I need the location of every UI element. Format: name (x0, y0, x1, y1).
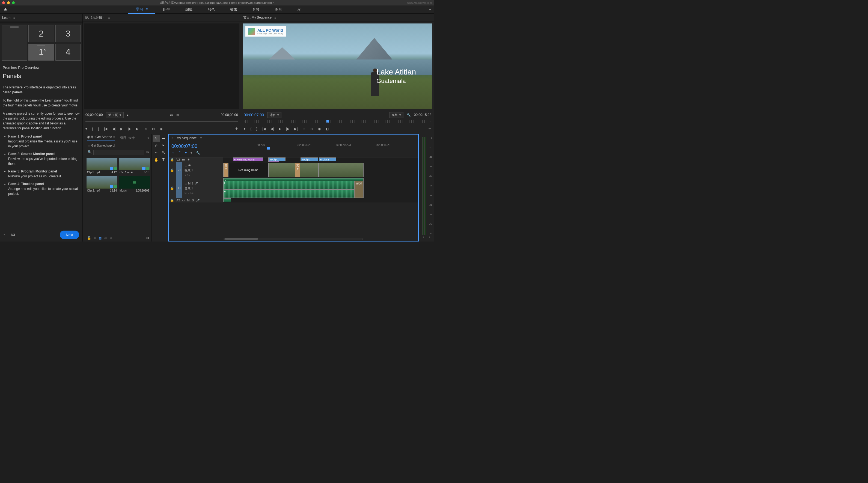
solo-left[interactable]: S (423, 236, 424, 239)
in-point-icon[interactable]: { (92, 127, 93, 131)
workspace-overflow[interactable]: » (426, 8, 434, 11)
program-tc-right[interactable]: 00:00:15:22 (414, 113, 431, 117)
toggle-output-icon[interactable]: ▭ (182, 199, 185, 202)
mute-button[interactable]: M (187, 199, 189, 202)
panel-menu-icon[interactable]: ≡ (108, 16, 110, 20)
source-tc-right[interactable]: 00;00;00;00 (221, 113, 238, 117)
project-tab[interactable]: 项目: Get Started ≡ (87, 135, 115, 141)
keyframe-icon[interactable]: ◇ (190, 192, 192, 194)
comparison-icon[interactable]: ◧ (326, 127, 329, 131)
timeline-zoom-scrollbar[interactable] (225, 238, 362, 240)
in-point-icon[interactable]: { (250, 127, 251, 131)
lock-icon[interactable]: 🔒 (170, 199, 174, 202)
scroll-up-icon[interactable]: ↑ (3, 233, 5, 237)
workspace-tab[interactable]: 编辑 (178, 5, 200, 14)
next-keyframe-icon[interactable]: ▸ (192, 192, 194, 194)
type-tool[interactable]: T (160, 156, 167, 163)
home-button[interactable] (0, 5, 11, 14)
voice-over-icon[interactable]: 🎤 (196, 199, 200, 202)
maximize-window-button[interactable] (12, 1, 15, 4)
crossfade-clip[interactable]: 交叉 (295, 163, 300, 178)
panel-menu-icon[interactable]: ≡ (13, 16, 15, 20)
mute-button[interactable]: M (188, 182, 190, 185)
step-forward-icon[interactable]: |▶ (128, 127, 131, 131)
out-point-icon[interactable]: } (256, 127, 257, 131)
project-tab-2[interactable]: 项目: 未命 (120, 136, 135, 140)
audio-clip[interactable]: R (223, 189, 354, 198)
voice-over-icon[interactable]: 🎤 (194, 182, 198, 185)
workspace-tab[interactable]: 音频 (245, 5, 267, 14)
go-to-in-icon[interactable]: |◀ (104, 127, 107, 131)
add-button-icon[interactable]: + (428, 126, 431, 132)
overwrite-icon[interactable]: ⊡ (152, 127, 155, 131)
title-clip[interactable]: Returning Home (228, 163, 269, 178)
prev-keyframe-icon[interactable]: ◂ (185, 173, 186, 176)
video-clip[interactable] (300, 163, 318, 178)
media-item[interactable]: Clip 3.mp44:12 (87, 158, 117, 174)
solo-right[interactable]: S (429, 236, 430, 239)
wrench-icon[interactable]: 🔧 (407, 113, 411, 117)
add-button-icon[interactable]: + (235, 126, 238, 132)
selection-tool[interactable]: ↖ (153, 135, 160, 141)
fit-dropdown[interactable]: 适合 ▾ (267, 112, 281, 118)
panel-menu-icon[interactable]: ≡ (274, 16, 276, 20)
step-forward-icon[interactable]: |▶ (286, 127, 289, 131)
minimize-window-button[interactable] (7, 1, 10, 4)
page-dropdown[interactable]: 第 1 页 ▾ (106, 112, 123, 118)
search-input[interactable] (93, 150, 144, 155)
panel-menu-icon[interactable]: ≡ (200, 136, 202, 140)
video-clip[interactable] (318, 163, 364, 178)
markers-icon[interactable]: ▾ (185, 151, 187, 156)
export-frame-icon[interactable]: ◉ (160, 127, 162, 131)
marker-icon[interactable]: ▾ (244, 127, 245, 131)
source-tc-left[interactable]: 00;00;00;00 (86, 113, 103, 117)
workspace-tab[interactable]: 颜色 (200, 5, 222, 14)
marker-icon[interactable]: ▾ (86, 127, 87, 131)
learn-panel-header[interactable]: Learn ≡ (0, 14, 83, 22)
crossfade-clip[interactable]: 交叉 (223, 163, 228, 178)
insert-icon[interactable]: ⊞ (145, 127, 147, 131)
timeline-timecode[interactable]: 00:00:07:00 (172, 143, 197, 149)
tab-overflow-icon[interactable]: » (147, 136, 149, 140)
play-icon[interactable]: ▶ (279, 127, 281, 131)
next-keyframe-icon[interactable]: ▸ (189, 173, 190, 176)
program-panel-header[interactable]: 节目: My Sequence ≡ (241, 14, 434, 22)
go-to-out-icon[interactable]: ▶| (294, 127, 298, 131)
solo-button[interactable]: S (192, 199, 194, 202)
media-item[interactable]: ≡ Music1:05:10909 (119, 176, 150, 193)
step-back-icon[interactable]: ◀| (271, 127, 274, 131)
eye-icon[interactable]: 👁 (188, 164, 191, 167)
toggle-output-icon[interactable]: ▭ (185, 164, 187, 167)
marker-add-icon[interactable]: ▾ (190, 151, 192, 156)
toggle-output-icon[interactable]: ▭ (182, 158, 185, 162)
workspace-tab-learn[interactable]: 学习 ≡ (128, 5, 156, 14)
sort-icon[interactable]: ≡▾ (146, 236, 149, 240)
program-viewport[interactable]: ALL PC World Free Apps One Click Away La… (243, 24, 432, 109)
sequence-tab[interactable]: My Sequence (177, 136, 196, 140)
extract-icon[interactable]: ⊡ (310, 127, 313, 131)
list-view-icon[interactable]: ≡ (94, 236, 96, 240)
menu-icon[interactable]: ≡ (146, 7, 148, 11)
audio-clip[interactable] (223, 198, 231, 202)
slip-tool[interactable]: ↔ (153, 149, 160, 156)
media-item[interactable]: Clip 1.mp45:15 (119, 158, 150, 174)
lift-icon[interactable]: ⊞ (303, 127, 305, 131)
go-to-in-icon[interactable]: |◀ (262, 127, 266, 131)
prev-keyframe-icon[interactable]: ◂ (188, 192, 189, 194)
lock-icon[interactable]: 🔒 (170, 168, 174, 172)
eye-icon[interactable]: 👁 (187, 158, 190, 161)
timeline-ruler[interactable]: :00:00 00:00:04:23 00:00:09:23 00:00:14:… (203, 143, 415, 149)
hand-tool[interactable]: ✋ (153, 156, 160, 163)
lock-icon[interactable]: 🔒 (170, 158, 174, 162)
solo-button[interactable]: S (191, 182, 193, 185)
zoom-slider[interactable]: ○─── (110, 236, 119, 240)
track-target[interactable]: V1 (176, 162, 182, 178)
play-icon[interactable]: ▶ (120, 127, 123, 131)
ripple-edit-tool[interactable]: ⇄ (153, 142, 160, 149)
export-frame-icon[interactable]: ◉ (318, 127, 321, 131)
video-clip[interactable] (269, 163, 295, 178)
workspace-tab[interactable]: 库 (289, 5, 308, 14)
close-window-button[interactable] (2, 1, 5, 4)
playhead-line[interactable] (233, 157, 233, 236)
snap-icon[interactable]: ⥊ (172, 151, 174, 156)
